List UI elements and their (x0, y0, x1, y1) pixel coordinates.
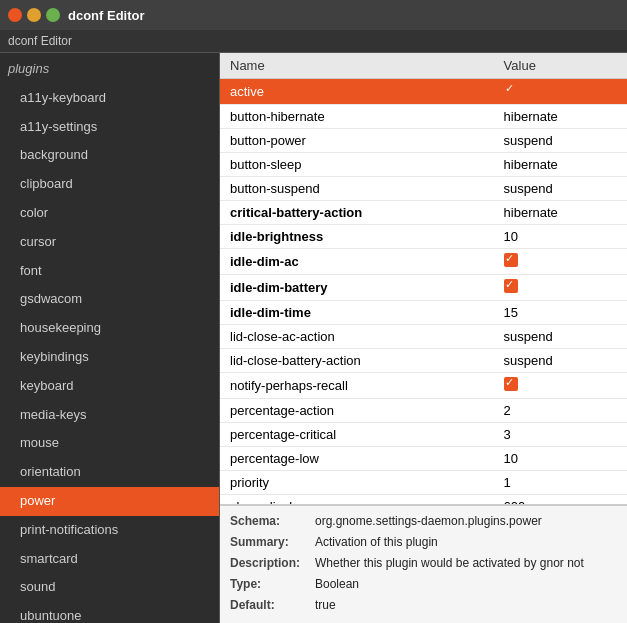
table-row[interactable]: button-suspend suspend (220, 177, 627, 201)
checkbox-icon (504, 253, 518, 267)
row-key: button-suspend (220, 177, 494, 201)
table-row[interactable]: idle-dim-time 15 (220, 301, 627, 325)
row-key: percentage-low (220, 447, 494, 471)
col-header-value: Value (494, 53, 627, 79)
sidebar-item-keyboard[interactable]: keyboard (0, 372, 219, 401)
sidebar-item-a11y-keyboard[interactable]: a11y-keyboard (0, 84, 219, 113)
sidebar-plugins-parent[interactable]: plugins (0, 55, 219, 84)
table-row[interactable]: button-hibernate hibernate (220, 105, 627, 129)
table-row[interactable]: sleep-display-ac 600 (220, 495, 627, 505)
sidebar-item-smartcard[interactable]: smartcard (0, 545, 219, 574)
sidebar-item-background[interactable]: background (0, 141, 219, 170)
type-label: Type: (230, 575, 315, 593)
col-header-name: Name (220, 53, 494, 79)
sidebar-item-gsdwacom[interactable]: gsdwacom (0, 285, 219, 314)
sidebar-item-print-notifications[interactable]: print-notifications (0, 516, 219, 545)
info-panel: Schema: org.gnome.settings-daemon.plugin… (220, 504, 627, 623)
row-value: 600 (494, 495, 627, 505)
table-row[interactable]: notify-perhaps-recall (220, 373, 627, 399)
checkbox-icon (504, 377, 518, 391)
row-value: 1 (494, 471, 627, 495)
row-key: button-sleep (220, 153, 494, 177)
row-key: idle-brightness (220, 225, 494, 249)
right-panel: Name Value active button-hibernate hiber… (220, 53, 627, 623)
table-area: Name Value active button-hibernate hiber… (220, 53, 627, 504)
sidebar-item-sound[interactable]: sound (0, 573, 219, 602)
info-schema-row: Schema: org.gnome.settings-daemon.plugin… (230, 512, 617, 530)
row-value: suspend (494, 325, 627, 349)
row-key: notify-perhaps-recall (220, 373, 494, 399)
minimize-button[interactable] (27, 8, 41, 22)
table-row[interactable]: idle-brightness 10 (220, 225, 627, 249)
row-value (494, 373, 627, 399)
sidebar-item-font[interactable]: font (0, 257, 219, 286)
row-key: priority (220, 471, 494, 495)
info-default-row: Default: true (230, 596, 617, 614)
checkbox-icon (504, 279, 518, 293)
summary-value: Activation of this plugin (315, 533, 438, 551)
description-label: Description: (230, 554, 315, 572)
table-row[interactable]: percentage-critical 3 (220, 423, 627, 447)
sidebar-item-clipboard[interactable]: clipboard (0, 170, 219, 199)
sidebar-item-media-keys[interactable]: media-keys (0, 401, 219, 430)
titlebar: dconf Editor (0, 0, 627, 30)
info-summary-row: Summary: Activation of this plugin (230, 533, 617, 551)
row-value (494, 275, 627, 301)
table-row[interactable]: button-sleep hibernate (220, 153, 627, 177)
sidebar-item-orientation[interactable]: orientation (0, 458, 219, 487)
row-value: suspend (494, 129, 627, 153)
row-value: suspend (494, 177, 627, 201)
table-row[interactable]: idle-dim-ac (220, 249, 627, 275)
default-label: Default: (230, 596, 315, 614)
checkbox-icon (504, 83, 518, 97)
table-row[interactable]: lid-close-battery-action suspend (220, 349, 627, 373)
sidebar-item-mouse[interactable]: mouse (0, 429, 219, 458)
sidebar-item-cursor[interactable]: cursor (0, 228, 219, 257)
table-row[interactable]: idle-dim-battery (220, 275, 627, 301)
app-container: dconf Editor plugins a11y-keyboard a11y-… (0, 30, 627, 623)
row-key: idle-dim-battery (220, 275, 494, 301)
sidebar-item-color[interactable]: color (0, 199, 219, 228)
row-key: button-hibernate (220, 105, 494, 129)
row-key: critical-battery-action (220, 201, 494, 225)
type-value: Boolean (315, 575, 359, 593)
titlebar-title: dconf Editor (68, 8, 145, 23)
sidebar-item-power[interactable]: power (0, 487, 219, 516)
row-key: lid-close-battery-action (220, 349, 494, 373)
sidebar: plugins a11y-keyboard a11y-settings back… (0, 53, 220, 623)
sidebar-item-a11y-settings[interactable]: a11y-settings (0, 113, 219, 142)
sidebar-item-ubuntuone[interactable]: ubuntuone (0, 602, 219, 623)
schema-label: Schema: (230, 512, 315, 530)
row-value: 10 (494, 447, 627, 471)
table-row[interactable]: lid-close-ac-action suspend (220, 325, 627, 349)
row-value: hibernate (494, 201, 627, 225)
row-key: idle-dim-ac (220, 249, 494, 275)
table-row[interactable]: percentage-low 10 (220, 447, 627, 471)
sidebar-item-housekeeping[interactable]: housekeeping (0, 314, 219, 343)
main-content: plugins a11y-keyboard a11y-settings back… (0, 53, 627, 623)
info-type-row: Type: Boolean (230, 575, 617, 593)
row-value (494, 79, 627, 105)
row-value: 3 (494, 423, 627, 447)
window-controls (8, 8, 60, 22)
row-key: lid-close-ac-action (220, 325, 494, 349)
app-header: dconf Editor (0, 30, 627, 53)
description-value: Whether this plugin would be activated b… (315, 554, 584, 572)
info-description-row: Description: Whether this plugin would b… (230, 554, 617, 572)
table-row[interactable]: critical-battery-action hibernate (220, 201, 627, 225)
row-key: active (220, 79, 494, 105)
table-row[interactable]: percentage-action 2 (220, 399, 627, 423)
close-button[interactable] (8, 8, 22, 22)
table-row[interactable]: button-power suspend (220, 129, 627, 153)
default-value: true (315, 596, 336, 614)
sidebar-item-keybindings[interactable]: keybindings (0, 343, 219, 372)
row-value: 2 (494, 399, 627, 423)
table-row[interactable]: active (220, 79, 627, 105)
summary-label: Summary: (230, 533, 315, 551)
maximize-button[interactable] (46, 8, 60, 22)
row-value: hibernate (494, 105, 627, 129)
table-row[interactable]: priority 1 (220, 471, 627, 495)
row-value: hibernate (494, 153, 627, 177)
row-key: button-power (220, 129, 494, 153)
row-key: percentage-action (220, 399, 494, 423)
